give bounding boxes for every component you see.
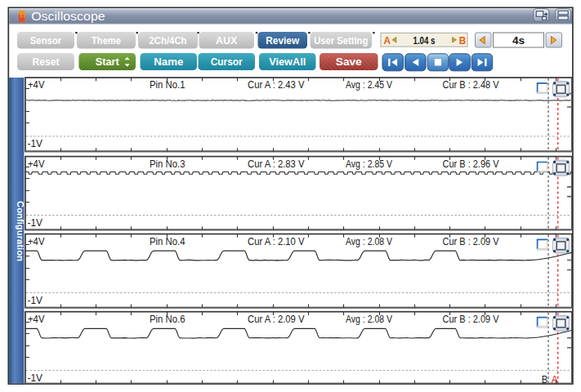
svg-text:Cur B : 2.09 V: Cur B : 2.09 V — [443, 313, 499, 325]
svg-text:+4V: +4V — [28, 313, 45, 325]
svg-text:-1V: -1V — [28, 216, 43, 229]
svg-text:Cur B : 2.09 V: Cur B : 2.09 V — [443, 235, 499, 247]
svg-text:ViewAll: ViewAll — [269, 56, 306, 68]
svg-text:+4V: +4V — [28, 78, 45, 91]
svg-text:Cur A : 2.09 V: Cur A : 2.09 V — [248, 313, 305, 325]
svg-text:User Setting: User Setting — [314, 34, 368, 47]
svg-text:Avg : 2.85 V: Avg : 2.85 V — [346, 158, 392, 170]
svg-text:Cur A : 2.10 V: Cur A : 2.10 V — [248, 235, 305, 247]
svg-text:Pin No.6: Pin No.6 — [150, 313, 185, 325]
svg-text:Name: Name — [154, 56, 183, 68]
svg-text:Cur B : 2.48 V: Cur B : 2.48 V — [443, 78, 499, 91]
svg-text:Theme: Theme — [92, 34, 121, 47]
svg-text:Avg : 2.08 V: Avg : 2.08 V — [346, 313, 392, 325]
svg-text:Avg : 2.08 V: Avg : 2.08 V — [346, 235, 392, 247]
svg-text:+4V: +4V — [28, 158, 45, 170]
svg-text:A: A — [552, 374, 559, 385]
svg-text:Oscilloscope: Oscilloscope — [31, 10, 105, 23]
svg-text:Pin No.3: Pin No.3 — [150, 158, 185, 170]
svg-text:Sensor: Sensor — [30, 34, 62, 47]
svg-text:1.04 s: 1.04 s — [413, 34, 436, 47]
svg-text:Pin No.1: Pin No.1 — [150, 78, 185, 91]
svg-text:Configuration: Configuration — [16, 201, 25, 261]
svg-text:-1V: -1V — [28, 294, 43, 306]
svg-text:-1V: -1V — [28, 372, 43, 384]
svg-text:Start: Start — [96, 56, 120, 68]
svg-text:2Ch/4Ch: 2Ch/4Ch — [150, 34, 187, 47]
svg-text:-1V: -1V — [28, 137, 43, 149]
svg-text:Review: Review — [266, 34, 300, 47]
svg-text:Pin No.4: Pin No.4 — [150, 235, 185, 247]
svg-text:4s: 4s — [512, 34, 525, 47]
svg-text:Avg : 2.45 V: Avg : 2.45 V — [346, 78, 392, 91]
svg-text:B: B — [542, 374, 548, 385]
svg-text:B: B — [459, 35, 467, 47]
svg-text:Reset: Reset — [33, 56, 60, 68]
svg-text:Cur A : 2.43 V: Cur A : 2.43 V — [248, 78, 305, 91]
svg-text:AUX: AUX — [216, 34, 238, 47]
svg-text:Cur A : 2.83 V: Cur A : 2.83 V — [248, 158, 305, 170]
svg-text:A: A — [384, 35, 391, 47]
svg-text:Cursor: Cursor — [211, 56, 243, 68]
svg-text:Save: Save — [336, 56, 362, 68]
svg-text:+4V: +4V — [28, 235, 45, 247]
svg-text:Cur B : 2.96 V: Cur B : 2.96 V — [443, 158, 499, 170]
